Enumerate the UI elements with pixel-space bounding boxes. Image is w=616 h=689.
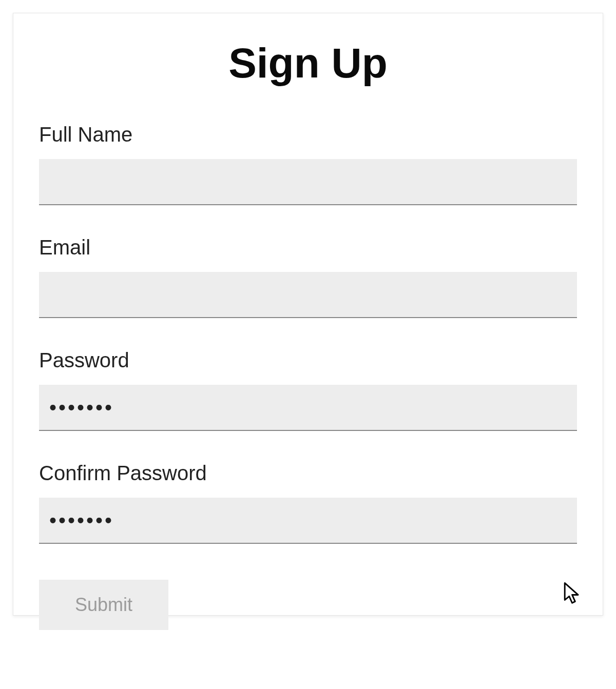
confirm-password-label: Confirm Password <box>39 462 577 485</box>
form-group-email: Email <box>39 236 577 318</box>
form-group-fullname: Full Name <box>39 123 577 205</box>
cursor-icon <box>564 582 582 606</box>
email-input[interactable] <box>39 272 577 318</box>
password-label: Password <box>39 349 577 372</box>
confirm-password-input[interactable] <box>39 498 577 544</box>
email-label: Email <box>39 236 577 259</box>
form-group-password: Password <box>39 349 577 431</box>
page-title: Sign Up <box>39 39 577 87</box>
form-group-confirm-password: Confirm Password <box>39 462 577 544</box>
fullname-label: Full Name <box>39 123 577 146</box>
fullname-input[interactable] <box>39 159 577 205</box>
submit-button[interactable]: Submit <box>39 580 168 630</box>
password-input[interactable] <box>39 385 577 431</box>
signup-card: Sign Up Full Name Email Password Confirm… <box>13 13 603 616</box>
